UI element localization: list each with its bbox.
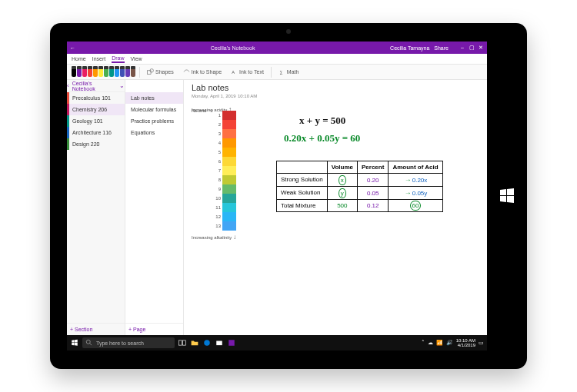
row2-label: Total Mixture <box>277 200 328 212</box>
scale-bar-1 <box>222 111 236 120</box>
tab-home[interactable]: Home <box>72 56 86 61</box>
start-button[interactable] <box>70 338 79 347</box>
shapes-button[interactable]: Shapes <box>143 67 178 77</box>
tray-up-icon[interactable]: ˄ <box>422 340 425 346</box>
scale-bar-12 <box>222 212 236 221</box>
system-tray[interactable]: ˄ ☁ 📶 🔊 10:10 AM 4/1/2019 ▭ <box>422 338 484 347</box>
row0-label: Strong Solution <box>277 174 328 187</box>
task-view-icon <box>178 339 186 347</box>
action-center-icon[interactable]: ▭ <box>479 340 484 346</box>
shapes-icon <box>147 68 154 75</box>
notebook-header[interactable]: ‹ Cecilia's Notebook ⌄ <box>67 80 125 92</box>
taskbar-app-explorer[interactable] <box>190 338 199 347</box>
taskbar-app-store[interactable] <box>215 338 224 347</box>
maximize-button[interactable]: ▢ <box>469 45 475 51</box>
th-volume: Volume <box>327 161 357 174</box>
page-item-0[interactable]: Lab notes <box>125 92 183 104</box>
titlebar: ← Cecilia's Notebook Cecilia Tamayna Sha… <box>67 42 487 54</box>
page-title[interactable]: Lab notes <box>192 83 228 92</box>
tab-draw[interactable]: Draw <box>112 55 124 63</box>
ink-to-shape-button[interactable]: Ink to Shape <box>179 67 225 77</box>
pen-8[interactable] <box>115 66 119 77</box>
pen-4[interactable] <box>93 66 98 77</box>
row2-vol: 500 <box>327 200 357 212</box>
row0-amt: →0.20x <box>389 174 442 187</box>
svg-text:∑: ∑ <box>279 70 282 75</box>
row1-label: Weak Solution <box>277 187 328 200</box>
pen-6[interactable] <box>104 66 108 77</box>
scale-bot-label: Increasing alkalinity <box>192 235 232 240</box>
pen-9[interactable] <box>120 66 125 77</box>
pen-2[interactable] <box>82 66 87 77</box>
svg-rect-0 <box>148 71 152 75</box>
share-button[interactable]: Share <box>434 45 449 51</box>
minimize-button[interactable]: – <box>459 45 465 51</box>
scale-tick-10: 10 <box>215 194 221 203</box>
ink-to-shape-icon <box>183 68 190 75</box>
volume-icon[interactable]: 🔊 <box>446 340 453 346</box>
scale-tick-3: 3 <box>215 129 221 138</box>
pen-7[interactable] <box>109 66 114 77</box>
task-view-button[interactable] <box>178 338 187 347</box>
pen-0[interactable] <box>72 66 76 77</box>
row1-pct: 0.05 <box>358 187 389 200</box>
tab-insert[interactable]: Insert <box>92 56 106 61</box>
taskbar-search[interactable]: Type here to search <box>82 337 175 348</box>
section-item-4[interactable]: Design 220 <box>67 138 125 150</box>
row0-pct: 0.20 <box>358 174 389 187</box>
row1-vol: y <box>327 187 357 200</box>
pen-3[interactable] <box>88 66 92 77</box>
svg-text:A: A <box>232 70 235 75</box>
page-item-3[interactable]: Equations <box>125 127 183 138</box>
wifi-icon[interactable]: 📶 <box>436 340 443 346</box>
scale-bar-2 <box>222 120 236 129</box>
pen-5[interactable] <box>98 66 103 77</box>
pen-11[interactable] <box>131 66 135 77</box>
search-placeholder: Type here to search <box>96 341 144 346</box>
section-item-0[interactable]: Precalculus 101 <box>67 92 125 104</box>
page-item-1[interactable]: Molecular formulas <box>125 104 183 115</box>
scale-tick-7: 7 <box>215 166 221 175</box>
add-section-button[interactable]: + Section <box>67 323 125 335</box>
row2-amt: 60 <box>389 200 442 212</box>
ink-to-text-button[interactable]: A Ink to Text <box>227 67 268 77</box>
section-item-2[interactable]: Geology 101 <box>67 115 125 127</box>
ph-scale: Increasing acidity ↑ Neutral → 123456789… <box>192 106 261 113</box>
app-body: ‹ Cecilia's Notebook ⌄ Precalculus 101Ch… <box>67 80 487 335</box>
pen-1[interactable] <box>77 66 82 77</box>
taskbar-app-onenote[interactable] <box>227 338 236 347</box>
math-button[interactable]: ∑ Math <box>275 67 303 77</box>
scale-bar-10 <box>222 194 236 203</box>
scale-mid-label: Neutral <box>192 108 206 112</box>
tab-view[interactable]: View <box>131 56 142 61</box>
windows-logo-bezel[interactable] <box>498 187 516 205</box>
section-item-1[interactable]: Chemistry 206 <box>67 104 125 115</box>
scale-tick-9: 9 <box>215 184 221 194</box>
search-icon <box>85 339 93 347</box>
add-page-button[interactable]: + Page <box>125 323 183 335</box>
scale-tick-4: 4 <box>215 138 221 148</box>
section-item-3[interactable]: Architecture 116 <box>67 127 125 138</box>
pen-10[interactable] <box>125 66 130 77</box>
svg-point-8 <box>204 340 210 346</box>
equation-2: 0.20x + 0.05y = 60 <box>284 132 360 145</box>
taskbar-app-edge[interactable] <box>202 338 212 347</box>
ink-to-text-label: Ink to Text <box>239 69 264 75</box>
sections-pane: ‹ Cecilia's Notebook ⌄ Precalculus 101Ch… <box>67 80 125 335</box>
store-icon <box>215 339 223 347</box>
scale-bar-5 <box>222 148 236 157</box>
taskbar-clock[interactable]: 10:10 AM 4/1/2019 <box>456 338 475 347</box>
row0-vol: x <box>327 174 357 187</box>
close-button[interactable]: ✕ <box>478 45 484 51</box>
arrow-right-icon: → <box>208 106 214 113</box>
back-button[interactable]: ← <box>70 45 75 51</box>
folder-icon <box>191 339 198 347</box>
svg-rect-9 <box>216 341 222 346</box>
page-canvas[interactable]: Lab notes Monday, April 1, 2019 10:10 AM… <box>184 80 487 335</box>
th-blank <box>277 161 328 174</box>
user-name[interactable]: Cecilia Tamayna <box>390 45 429 51</box>
page-item-2[interactable]: Practice problems <box>125 115 183 127</box>
notebook-name: Cecilia's Notebook <box>72 81 116 91</box>
onedrive-icon[interactable]: ☁ <box>428 340 433 346</box>
ink-to-text-icon: A <box>231 68 238 75</box>
